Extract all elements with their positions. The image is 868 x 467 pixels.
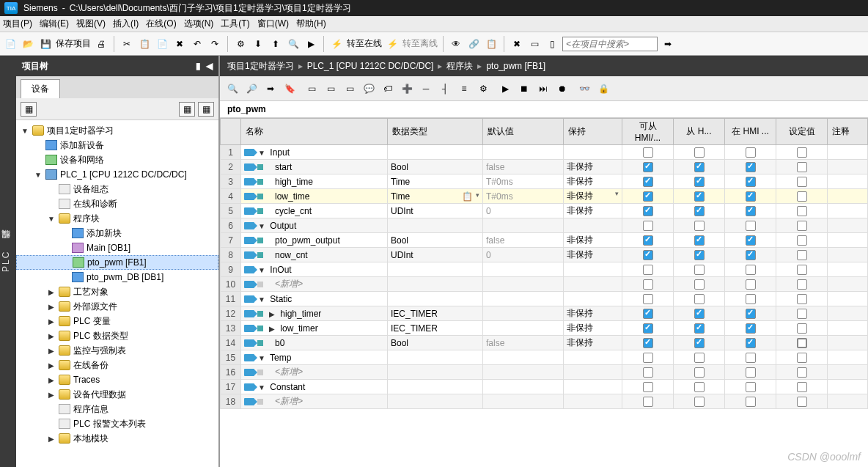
- setvalue-checkbox[interactable]: [797, 294, 807, 304]
- name-cell[interactable]: <新增>: [241, 394, 388, 409]
- column-header[interactable]: 设定值: [776, 119, 828, 145]
- expand-icon[interactable]: ▶: [47, 287, 56, 296]
- hmi-checkbox[interactable]: [746, 177, 756, 187]
- expand-icon[interactable]: ▼: [257, 266, 266, 274]
- table-row[interactable]: 15▼ Temp: [221, 350, 868, 365]
- retain-cell[interactable]: [564, 394, 622, 409]
- hmi-checkbox[interactable]: [643, 206, 653, 216]
- network3-icon[interactable]: ▭: [342, 81, 358, 97]
- name-cell[interactable]: ▶ low_timer: [241, 321, 388, 336]
- hmi-checkbox[interactable]: [746, 206, 756, 216]
- table-row[interactable]: 14 b0Boolfalse非保持: [221, 336, 868, 350]
- setvalue-checkbox[interactable]: [797, 323, 807, 334]
- table-row[interactable]: 11▼ Static: [221, 292, 868, 306]
- copy-icon[interactable]: 📋: [137, 37, 152, 51]
- datatype-cell[interactable]: Bool: [388, 160, 483, 174]
- tree-item[interactable]: ▼项目1定时器学习: [16, 123, 218, 138]
- print-icon[interactable]: 🖨: [94, 37, 108, 51]
- name-cell[interactable]: ▼ InOut: [241, 262, 388, 277]
- hmi-checkbox[interactable]: [643, 338, 653, 348]
- name-cell[interactable]: ▼ Input: [241, 145, 388, 160]
- column-header[interactable]: 从 H...: [674, 119, 725, 145]
- name-cell[interactable]: ▼ Constant: [241, 380, 388, 394]
- hmi-checkbox[interactable]: [746, 147, 756, 158]
- expand-icon[interactable]: [61, 258, 70, 267]
- hmi-checkbox[interactable]: [746, 353, 756, 363]
- comment-cell[interactable]: [828, 262, 868, 277]
- retain-cell[interactable]: [564, 262, 622, 277]
- monitor-icon[interactable]: 👁: [449, 37, 463, 51]
- default-cell[interactable]: [483, 365, 564, 380]
- split-v-icon[interactable]: ▯: [545, 37, 559, 51]
- panel-pin-icon[interactable]: ▮: [196, 61, 201, 71]
- table-row[interactable]: 6▼ Output: [221, 218, 868, 233]
- expand-icon[interactable]: ▶: [268, 325, 276, 333]
- expand-icon[interactable]: ▶: [47, 390, 56, 399]
- setvalue-checkbox[interactable]: [797, 309, 807, 319]
- datatype-cell[interactable]: [388, 394, 483, 409]
- breadcrumb-item[interactable]: PLC_1 [CPU 1212C DC/DC/DC]: [307, 61, 434, 71]
- comment-cell[interactable]: [828, 160, 868, 174]
- tree-item[interactable]: PLC 报警文本列表: [16, 416, 218, 431]
- hmi-checkbox[interactable]: [643, 147, 653, 158]
- tree-item[interactable]: ▶设备代理数据: [16, 387, 218, 402]
- datatype-cell[interactable]: [388, 262, 483, 277]
- hmi-checkbox[interactable]: [746, 235, 756, 246]
- setvalue-checkbox[interactable]: [797, 265, 807, 275]
- default-cell[interactable]: [483, 277, 564, 292]
- tree-item[interactable]: ▼PLC_1 [CPU 1212C DC/DC/DC]: [16, 167, 218, 182]
- network1-icon[interactable]: ▭: [304, 81, 320, 97]
- tree-item[interactable]: ▶Traces: [16, 372, 218, 387]
- setvalue-checkbox[interactable]: [797, 338, 807, 348]
- expand-icon[interactable]: ▼: [257, 295, 266, 304]
- comment-cell[interactable]: [828, 233, 868, 248]
- expand-icon[interactable]: ▶: [47, 361, 56, 369]
- menu-item[interactable]: 选项(N): [184, 18, 214, 30]
- default-cell[interactable]: false: [483, 336, 564, 350]
- hmi-checkbox[interactable]: [694, 353, 705, 363]
- panel-collapse-icon[interactable]: ◀: [206, 61, 213, 71]
- table-row[interactable]: 4 low_timeTime▾📋T#0ms非保持▾: [221, 189, 868, 204]
- table-row[interactable]: 7 pto_pwm_outputBoolfalse非保持: [221, 233, 868, 248]
- hmi-checkbox[interactable]: [643, 265, 653, 275]
- pick-icon[interactable]: 📋: [462, 191, 473, 202]
- table-row[interactable]: 12▶ high_timerIEC_TIMER非保持: [221, 306, 868, 321]
- comment-cell[interactable]: [828, 174, 868, 189]
- retain-cell[interactable]: [564, 292, 622, 306]
- menu-item[interactable]: 窗口(W): [257, 18, 289, 30]
- new-project-icon[interactable]: 📄: [3, 37, 18, 51]
- comment-cell[interactable]: [828, 145, 868, 160]
- settings-icon[interactable]: ⚙: [475, 81, 491, 97]
- name-cell[interactable]: pto_pwm_output: [241, 233, 388, 248]
- tree-item[interactable]: ▶监控与强制表: [16, 343, 218, 358]
- table-row[interactable]: 2 startBoolfalse非保持: [221, 160, 868, 174]
- comment-cell[interactable]: [828, 394, 868, 409]
- table-row[interactable]: 17▼ Constant: [221, 380, 868, 394]
- datatype-cell[interactable]: UDInt: [388, 204, 483, 218]
- expand-icon[interactable]: ▶: [47, 434, 56, 443]
- expand-icon[interactable]: ▶: [47, 375, 56, 384]
- datatype-cell[interactable]: [388, 218, 483, 233]
- comment-cell[interactable]: [828, 277, 868, 292]
- datatype-cell[interactable]: [388, 145, 483, 160]
- project-tree[interactable]: ▼项目1定时器学习添加新设备设备和网络▼PLC_1 [CPU 1212C DC/…: [16, 120, 218, 467]
- table-row[interactable]: 5 cycle_cntUDInt0非保持: [221, 204, 868, 218]
- menu-item[interactable]: 插入(I): [113, 18, 139, 30]
- expand-icon[interactable]: ▼: [257, 149, 266, 157]
- tree-item[interactable]: ▶PLC 数据类型: [16, 328, 218, 343]
- hmi-checkbox[interactable]: [694, 162, 705, 172]
- tag-icon[interactable]: 🏷: [380, 81, 396, 97]
- paste-icon[interactable]: 📄: [155, 37, 169, 51]
- expand-icon[interactable]: ▶: [47, 317, 56, 326]
- name-cell[interactable]: ▼ Temp: [241, 350, 388, 365]
- expand-icon[interactable]: ▶: [47, 346, 56, 355]
- hmi-checkbox[interactable]: [643, 221, 653, 231]
- column-header[interactable]: 可从 HMI/...: [622, 119, 674, 145]
- save-icon[interactable]: 💾: [38, 37, 53, 51]
- hmi-checkbox[interactable]: [694, 382, 705, 392]
- name-cell[interactable]: <新增>: [241, 277, 388, 292]
- setvalue-checkbox[interactable]: [797, 206, 807, 216]
- hmi-checkbox[interactable]: [694, 265, 705, 275]
- hmi-checkbox[interactable]: [643, 235, 653, 246]
- breadcrumb-item[interactable]: pto_pwm [FB1]: [486, 61, 545, 71]
